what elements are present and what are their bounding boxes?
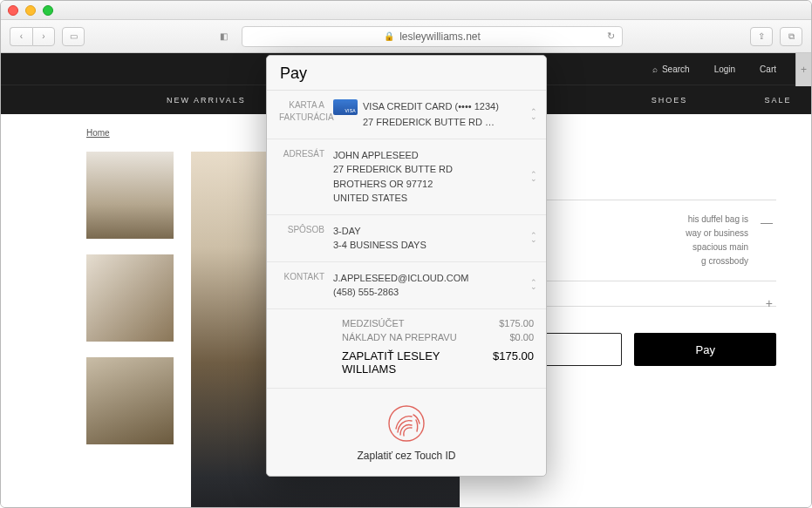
search-label: Search xyxy=(662,64,690,74)
close-window-button[interactable] xyxy=(8,5,18,16)
row-value: J.APPLESEED@ICLOUD.COM (458) 555-2863 xyxy=(333,271,534,300)
pay-total-label: ZAPLATIŤ LESLEY WILLIAMS xyxy=(342,349,493,376)
new-tab-button[interactable]: + xyxy=(795,53,811,86)
row-label: KARTA A FAKTURÁCIA xyxy=(279,99,333,130)
sheet-row-method[interactable]: SPÔSOB 3-DAY 3-4 BUSINESS DAYS ⌃⌄ xyxy=(267,215,546,262)
browser-toolbar: ‹ › ▭ ◧ 🔒 lesleywilliams.net ↻ ⇪ ⧉ xyxy=(1,20,811,53)
touchid-label: Zaplatiť cez Touch ID xyxy=(267,450,546,462)
chevron-updown-icon: ⌃⌄ xyxy=(530,172,537,181)
chevron-left-icon: ‹ xyxy=(20,31,23,41)
row-label: ADRESÁT xyxy=(279,148,333,206)
nav-back-forward: ‹ › xyxy=(10,27,55,46)
privacy-report-button[interactable]: ◧ xyxy=(212,27,235,46)
chevron-updown-icon: ⌃⌄ xyxy=(530,234,537,243)
sheet-row-card[interactable]: KARTA A FAKTURÁCIA VISA CREDIT CARD (•••… xyxy=(267,91,546,139)
shield-icon: ◧ xyxy=(220,31,228,41)
show-tabs-button[interactable]: ⧉ xyxy=(780,27,802,46)
nav-item[interactable]: SALE xyxy=(764,96,791,105)
sheet-header: Pay xyxy=(267,56,546,91)
url-host: lesleywilliams.net xyxy=(399,30,481,43)
zoom-window-button[interactable] xyxy=(43,5,53,16)
safari-window: ‹ › ▭ ◧ 🔒 lesleywilliams.net ↻ ⇪ ⧉ + ⌕ S… xyxy=(0,0,812,508)
shipping-label: NÁKLADY NA PREPRAVU xyxy=(342,332,457,342)
search-icon: ⌕ xyxy=(652,64,658,74)
chevron-updown-icon: ⌃⌄ xyxy=(530,281,537,290)
apple-pay-button[interactable]: Pay xyxy=(634,333,777,366)
plus-icon: + xyxy=(801,64,807,76)
shipping-value: $0.00 xyxy=(509,332,534,342)
share-button[interactable]: ⇪ xyxy=(750,27,773,46)
chevron-updown-icon: ⌃⌄ xyxy=(530,110,537,119)
sheet-row-contact[interactable]: KONTAKT J.APPLESEED@ICLOUD.COM (458) 555… xyxy=(267,262,546,309)
forward-button[interactable]: › xyxy=(32,27,55,46)
row-label: KONTAKT xyxy=(279,271,333,300)
touchid-area[interactable]: Zaplatiť cez Touch ID xyxy=(267,389,546,476)
row-value: 3-DAY 3-4 BUSINESS DAYS xyxy=(333,224,534,253)
window-titlebar xyxy=(1,1,811,20)
site-search[interactable]: ⌕ Search xyxy=(652,64,690,74)
fingerprint-icon xyxy=(387,404,426,443)
apple-pay-sheet: Pay KARTA A FAKTURÁCIA VISA CREDIT CARD … xyxy=(266,55,547,477)
svg-point-0 xyxy=(389,406,424,441)
login-link[interactable]: Login xyxy=(714,64,735,74)
subtotal-label: MEDZISÚČET xyxy=(342,318,405,329)
tabs-icon: ⧉ xyxy=(788,31,795,42)
cart-link[interactable]: Cart xyxy=(760,64,776,74)
apple-pay-label: Pay xyxy=(696,343,715,356)
thumbnail[interactable] xyxy=(86,357,174,444)
traffic-lights xyxy=(8,5,53,16)
apple-pay-brand: Pay xyxy=(280,64,307,83)
minimize-window-button[interactable] xyxy=(25,5,36,16)
row-label: SPÔSOB xyxy=(279,224,333,253)
nav-item[interactable]: SHOES xyxy=(652,96,688,105)
card-chip-icon xyxy=(333,99,358,115)
sheet-row-shipping[interactable]: ADRESÁT JOHN APPLESEED 27 FREDERICK BUTT… xyxy=(267,139,546,215)
pay-total-value: $175.00 xyxy=(493,349,534,376)
sheet-totals: MEDZISÚČET$175.00 NÁKLADY NA PREPRAVU$0.… xyxy=(267,309,546,389)
nav-item[interactable]: NEW ARRIVALS xyxy=(167,96,246,105)
minus-icon: — xyxy=(761,213,773,232)
row-value: VISA CREDIT CARD (•••• 1234) 27 FREDERIC… xyxy=(333,99,534,130)
share-icon: ⇪ xyxy=(758,31,765,41)
lock-icon: 🔒 xyxy=(384,31,394,41)
sidebar-button[interactable]: ▭ xyxy=(62,27,85,46)
subtotal-value: $175.00 xyxy=(499,318,534,329)
chevron-right-icon: › xyxy=(42,31,44,41)
thumbnail-list xyxy=(86,152,174,507)
row-value: JOHN APPLESEED 27 FREDERICK BUTTE RD BRO… xyxy=(333,148,534,206)
thumbnail[interactable] xyxy=(86,254,174,342)
plus-icon: + xyxy=(766,294,773,313)
back-button[interactable]: ‹ xyxy=(10,27,32,46)
sidebar-icon: ▭ xyxy=(70,31,78,41)
reload-icon[interactable]: ↻ xyxy=(607,30,615,42)
url-field[interactable]: 🔒 lesleywilliams.net ↻ xyxy=(242,26,622,47)
thumbnail[interactable] xyxy=(86,152,174,239)
